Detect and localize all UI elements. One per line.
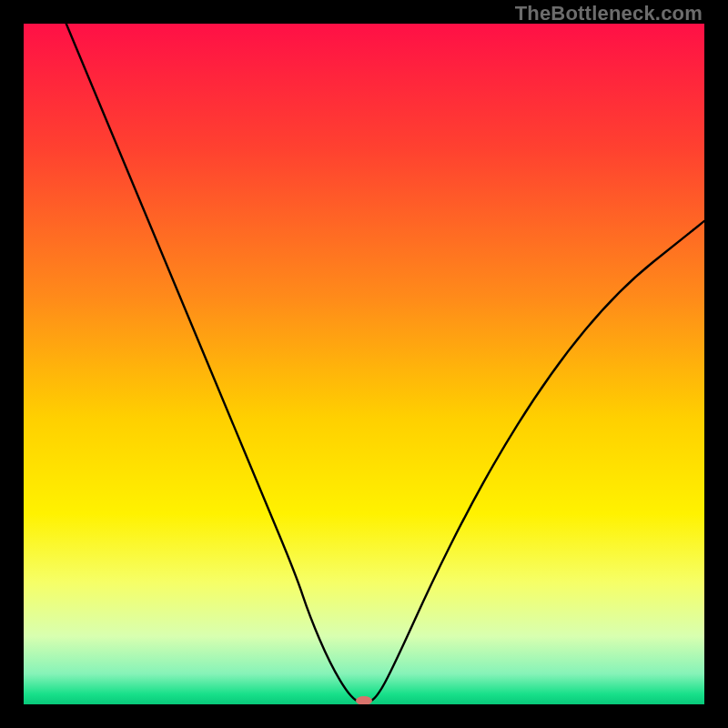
plot-area <box>24 24 704 704</box>
watermark-text: TheBottleneck.com <box>515 2 703 25</box>
chart-frame: TheBottleneck.com <box>0 0 728 728</box>
gradient-background <box>24 24 704 704</box>
chart-svg <box>24 24 704 704</box>
